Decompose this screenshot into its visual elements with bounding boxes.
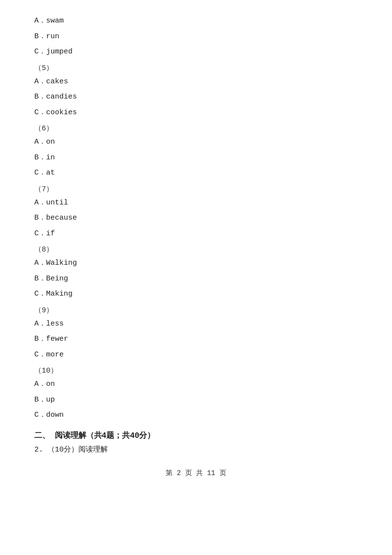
option-a-swam: A．swam (34, 15, 358, 27)
option-c-down: C．down (34, 409, 358, 422)
question-number-5: （5） (34, 63, 358, 73)
option-b-run: B．run (34, 30, 358, 43)
option-c-if: C．if (34, 227, 358, 240)
question-number-8: （8） (34, 245, 358, 254)
page-footer: 第 2 页 共 11 页 (34, 469, 358, 478)
option-a-cakes: A．cakes (34, 76, 358, 88)
option-c-at: C．at (34, 167, 358, 179)
question-number-7: （7） (34, 184, 358, 194)
section-2-header: 二、 阅读理解（共4题；共40分） (34, 430, 358, 441)
question-number-9: （9） (34, 305, 358, 315)
option-a-on-10: A．on (34, 378, 358, 391)
option-c-cookies: C．cookies (34, 106, 358, 119)
question-number-10: （10） (34, 366, 358, 375)
option-a-until: A．until (34, 197, 358, 209)
option-c-jumped: C．jumped (34, 46, 358, 58)
option-a-less: A．less (34, 318, 358, 330)
option-b-up: B．up (34, 394, 358, 406)
option-b-candies: B．candies (34, 91, 358, 103)
question-number-6: （6） (34, 124, 358, 133)
option-b-being: B．Being (34, 273, 358, 285)
option-a-on-6: A．on (34, 136, 358, 149)
option-a-walking: A．Walking (34, 257, 358, 270)
option-b-because: B．because (34, 212, 358, 225)
option-c-more: C．more (34, 349, 358, 361)
sub-question-2: 2. （10分）阅读理解 (34, 445, 358, 454)
option-b-fewer: B．fewer (34, 333, 358, 346)
option-c-making: C．Making (34, 288, 358, 301)
option-b-in: B．in (34, 151, 358, 164)
